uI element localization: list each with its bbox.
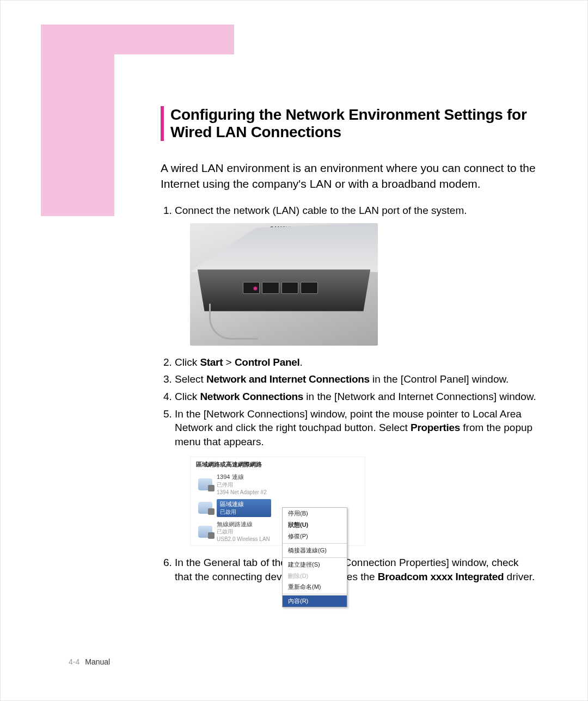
document-page: Configuring the Network Environment Sett…	[0, 0, 588, 701]
context-menu: 停用(B) 狀態(U) 修復(P) 橋接器連線(G) 建立捷徑(S) 刪除(D)…	[282, 507, 347, 607]
step-4-text-a: Click	[175, 391, 200, 402]
step-3-text-c: in the [Control Panel] window.	[370, 373, 509, 385]
connection-icon	[198, 526, 212, 538]
port-slot	[262, 282, 279, 294]
connection-name: 1394 連線	[217, 474, 244, 480]
step-list: Connect the network (LAN) cable to the L…	[161, 204, 536, 584]
connection-1394: 1394 連線 已停用 1394 Net Adapter #2	[196, 471, 362, 497]
step-2-text-c: >	[223, 356, 235, 368]
port-slot	[301, 282, 318, 294]
step-2-start: Start	[200, 356, 223, 368]
step-6: In the General tab of the [Local Area Co…	[175, 556, 536, 583]
intro-paragraph: A wired LAN environment is an environmen…	[161, 161, 536, 192]
connection-name: 區域連線	[220, 501, 244, 507]
lan-cable	[209, 304, 258, 340]
step-2-text-a: Click	[175, 356, 200, 368]
figure-laptop-lan-port: SAMSUNG	[190, 223, 378, 346]
connection-icon	[198, 502, 212, 514]
step-5-properties: Properties	[411, 422, 460, 433]
footer-label: Manual	[85, 657, 110, 666]
connection-status: 已停用	[217, 481, 267, 489]
step-2: Click Start > Control Panel.	[175, 355, 536, 370]
connection-status: 已啟用	[220, 508, 244, 516]
page-title: Configuring the Network Environment Sett…	[170, 106, 536, 141]
connection-text-selected: 區域連線 已啟用	[217, 499, 271, 516]
port-slot	[281, 282, 299, 294]
window-section-header: 區域網路或高速網際網路	[191, 457, 365, 471]
step-4-net-connections: Network Connections	[200, 391, 303, 402]
step-4-text-c: in the [Network and Internet Connections…	[303, 391, 536, 402]
lan-port-highlight-icon	[254, 287, 257, 290]
figure-network-connections-window: 區域網路或高速網際網路 1394 連線 已停用 1394 Net Adapter…	[190, 457, 365, 546]
page-number: 4-4	[69, 657, 79, 666]
connection-name: 無線網路連線	[217, 521, 253, 527]
ctx-repair: 修復(P)	[283, 531, 347, 542]
step-6-text-c: driver.	[504, 571, 535, 582]
connection-icon	[198, 478, 212, 490]
ctx-bridge: 橋接器連線(G)	[283, 545, 347, 556]
step-6-driver: Broadcom xxxx Integrated	[378, 571, 504, 582]
connection-adapter: USB2.0 Wireless LAN	[217, 536, 270, 543]
connection-status: 已啟用	[217, 528, 270, 536]
step-5: In the [Network Connections] window, poi…	[175, 407, 536, 546]
connection-text: 1394 連線 已停用 1394 Net Adapter #2	[217, 473, 267, 496]
ctx-properties: 內容(R)	[283, 595, 347, 607]
step-4: Click Network Connections in the [Networ…	[175, 390, 536, 404]
ctx-rename: 重新命名(M)	[283, 581, 347, 593]
step-2-control-panel: Control Panel	[235, 356, 300, 368]
ctx-delete: 刪除(D)	[283, 570, 347, 582]
ctx-status: 狀態(U)	[283, 519, 347, 531]
step-3-text-a: Select	[175, 373, 206, 385]
content-area: Configuring the Network Environment Sett…	[161, 106, 536, 587]
step-1-text: Connect the network (LAN) cable to the L…	[175, 205, 467, 216]
decor-bar-horizontal	[41, 24, 234, 54]
ctx-separator	[283, 543, 347, 544]
connection-text: 無線網路連線 已啟用 USB2.0 Wireless LAN	[217, 520, 270, 543]
ctx-separator	[283, 557, 347, 558]
step-1: Connect the network (LAN) cable to the L…	[175, 204, 536, 346]
step-2-text-e: .	[300, 356, 303, 368]
step-3-net-internet: Network and Internet Connections	[206, 373, 370, 385]
ctx-separator	[283, 594, 347, 594]
port-slot	[243, 282, 260, 294]
ctx-disable: 停用(B)	[283, 508, 347, 519]
connection-adapter: 1394 Net Adapter #2	[217, 489, 267, 496]
heading-wrap: Configuring the Network Environment Sett…	[161, 106, 536, 141]
laptop-palmrest	[190, 223, 378, 272]
ctx-shortcut: 建立捷徑(S)	[283, 559, 347, 570]
step-3: Select Network and Internet Connections …	[175, 372, 536, 386]
page-footer: 4-4Manual	[69, 657, 110, 666]
